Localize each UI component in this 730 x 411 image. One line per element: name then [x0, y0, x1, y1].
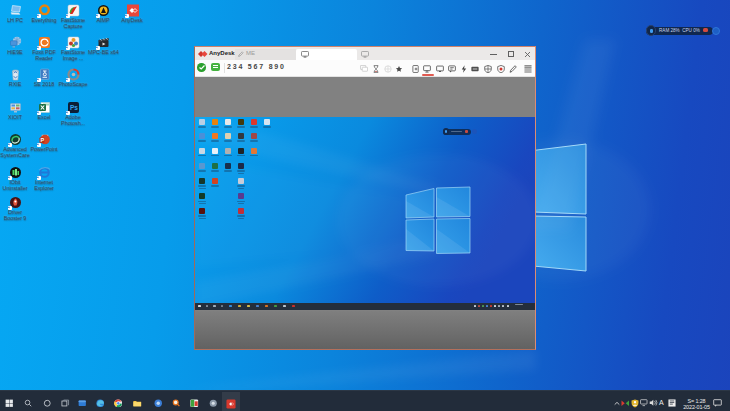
svg-text:P: P — [40, 137, 44, 143]
svg-text:Ps: Ps — [70, 104, 78, 111]
